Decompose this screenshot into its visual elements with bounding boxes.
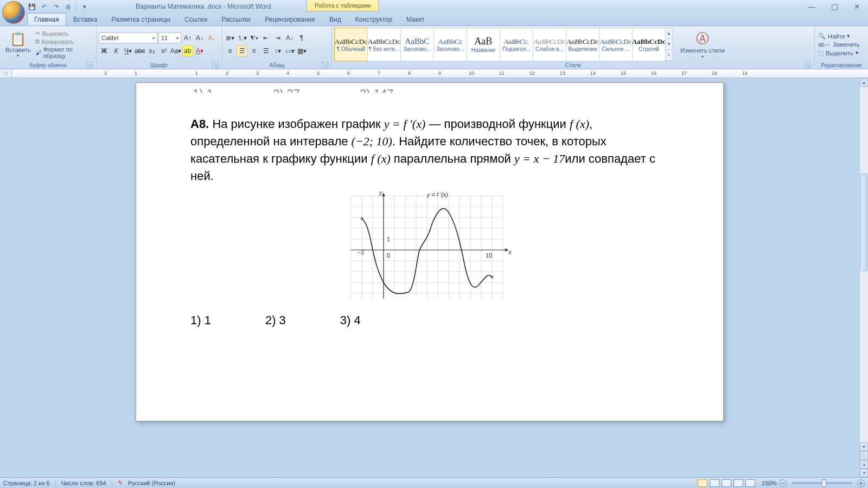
align-right-button[interactable]: ≡ [248, 46, 259, 56]
find-button[interactable]: 🔍Найти▾ [817, 32, 861, 40]
zoom-out-button[interactable]: − [779, 479, 787, 487]
zoom-value[interactable]: 150% [762, 480, 777, 486]
styles-up-button[interactable]: ▲ [666, 28, 672, 39]
styles-down-button[interactable]: ▼ [666, 39, 672, 50]
scroll-thumb[interactable] [860, 174, 867, 271]
redo-icon[interactable]: ↷ [51, 2, 61, 11]
italic-button[interactable]: К [111, 46, 122, 56]
tab-design[interactable]: Конструктор [348, 13, 399, 25]
underline-button[interactable]: Ч▾ [123, 46, 133, 56]
select-button[interactable]: ⬚Выделить▾ [817, 49, 861, 57]
numbering-button[interactable]: ⒈▾ [237, 33, 247, 43]
font-size-combo[interactable]: 11▾ [158, 33, 181, 43]
minimize-button[interactable]: — [804, 2, 819, 11]
maximize-button[interactable]: ▢ [827, 2, 842, 11]
quickprint-icon[interactable]: 🖨 [63, 2, 73, 11]
page-content[interactable]: 1) 1 2) 27 3) 147 А8. На рисунке изображ… [190, 83, 669, 421]
shading-button[interactable]: ▭▾ [284, 46, 295, 56]
cut-button[interactable]: ✂Вырезать [35, 30, 94, 37]
font-color-button[interactable]: A▾ [194, 46, 205, 56]
view-draft[interactable] [745, 479, 755, 487]
status-page[interactable]: Страница: 2 из 6 [3, 480, 50, 486]
font-launcher[interactable]: ↘ [212, 62, 219, 68]
status-word-count[interactable]: Число слов: 654 [61, 480, 106, 486]
copy-button[interactable]: ⧉Копировать [35, 38, 94, 45]
paragraph-launcher[interactable]: ↘ [322, 62, 328, 68]
indent-button[interactable]: ⇥ [272, 33, 283, 43]
shrink-font-button[interactable]: A↓ [194, 33, 205, 43]
bullets-button[interactable]: ≣▾ [225, 33, 235, 43]
style-heading1[interactable]: AaBbCЗаголово... [400, 28, 434, 61]
view-print-layout[interactable] [698, 479, 707, 487]
sort-button[interactable]: A↓ [284, 33, 295, 43]
justify-button[interactable]: ☰ [260, 46, 271, 56]
office-button[interactable] [2, 1, 25, 24]
borders-button[interactable]: ▦▾ [296, 46, 307, 56]
replace-button[interactable]: ab↔Заменить [817, 41, 861, 48]
paste-button[interactable]: 📋 Вставить ▾ [2, 30, 34, 59]
zoom-in-button[interactable]: + [857, 479, 865, 487]
multilevel-button[interactable]: ⧨▾ [248, 33, 259, 43]
align-center-button[interactable]: ☰ [237, 46, 247, 56]
qat-more-icon[interactable]: ▾ [80, 2, 90, 11]
tab-page-layout[interactable]: Разметка страницы [104, 13, 177, 25]
tab-view[interactable]: Вид [322, 13, 348, 25]
bold-button[interactable]: Ж [99, 46, 110, 56]
clipboard-launcher[interactable]: ↘ [86, 62, 93, 68]
equation: f (x) [570, 117, 589, 131]
view-outline[interactable] [733, 479, 743, 487]
status-language[interactable]: Русский (Россия) [128, 480, 175, 486]
svg-text:x: x [508, 249, 512, 255]
grow-font-button[interactable]: A↑ [182, 33, 193, 43]
tab-review[interactable]: Рецензирование [258, 13, 322, 25]
zoom-slider[interactable] [792, 482, 852, 484]
tab-layout[interactable]: Макет [399, 13, 432, 25]
dedent-button[interactable]: ⇤ [260, 33, 271, 43]
equation: y = x − 17 [514, 152, 565, 165]
format-painter-button[interactable]: 🖌Формат по образцу [35, 46, 94, 59]
proofing-icon[interactable]: ✎ [118, 479, 123, 486]
browse-object-button[interactable]: ◦ [860, 451, 868, 460]
strike-button[interactable]: abc [135, 46, 145, 56]
view-web-layout[interactable] [722, 479, 731, 487]
view-full-reading[interactable] [710, 479, 719, 487]
tab-mailings[interactable]: Рассылки [214, 13, 258, 25]
style-title[interactable]: АаВНазвание [467, 28, 500, 61]
next-page-button[interactable]: ▾ [860, 468, 868, 477]
save-icon[interactable]: 💾 [27, 2, 37, 11]
answer-option: 3) 4 [340, 312, 361, 329]
style-emphasis[interactable]: AaBbCcDcВыделение [566, 28, 599, 61]
change-styles-button[interactable]: Ⓐ Изменить стили ▾ [677, 29, 728, 60]
change-case-button[interactable]: Aa▾ [170, 46, 181, 56]
ruler-corner[interactable]: ▢ [0, 69, 12, 78]
style-subtle-emph[interactable]: AaBbCcDcСлабое в... [533, 28, 566, 61]
line-spacing-button[interactable]: ↕▾ [272, 46, 283, 56]
close-button[interactable]: ✕ [850, 2, 865, 11]
styles-launcher[interactable]: ↘ [805, 62, 811, 68]
scroll-down-button[interactable]: ▼ [860, 442, 868, 451]
zoom-thumb[interactable] [822, 479, 826, 487]
style-heading2[interactable]: AaBbCcЗаголово... [433, 28, 467, 61]
style-subtitle[interactable]: AaBbCc.Подзагол... [500, 28, 533, 61]
style-strong[interactable]: AaBbCcDcСтрогий [632, 28, 666, 61]
svg-text:−2: −2 [358, 249, 365, 255]
show-marks-button[interactable]: ¶ [296, 33, 307, 43]
style-normal[interactable]: AaBbCcDc¶ Обычный [334, 28, 368, 61]
style-no-spacing[interactable]: AaBbCcDc¶ Без инте... [367, 28, 401, 61]
font-name-combo[interactable]: Calibri▾ [99, 33, 157, 43]
highlight-button[interactable]: ab [182, 46, 193, 56]
align-left-button[interactable]: ≡ [225, 46, 235, 56]
styles-more-button[interactable]: ≡ [666, 50, 672, 61]
tab-insert[interactable]: Вставка [66, 13, 105, 25]
prev-page-button[interactable]: ▴ [860, 460, 868, 468]
style-intense-emph[interactable]: AaBbCcDcСильное ... [599, 28, 633, 61]
subscript-button[interactable]: x₂ [146, 46, 157, 56]
clear-format-button[interactable]: Aₓ [206, 33, 217, 43]
scroll-up-button[interactable]: ▲ [860, 78, 868, 87]
tab-references[interactable]: Ссылки [177, 13, 214, 25]
superscript-button[interactable]: x² [158, 46, 169, 56]
scroll-track[interactable] [860, 87, 868, 442]
horizontal-ruler[interactable]: 2112345678910111213141516171819 [12, 69, 868, 78]
tab-home[interactable]: Главная [27, 13, 66, 25]
undo-icon[interactable]: ↶ [39, 2, 49, 11]
